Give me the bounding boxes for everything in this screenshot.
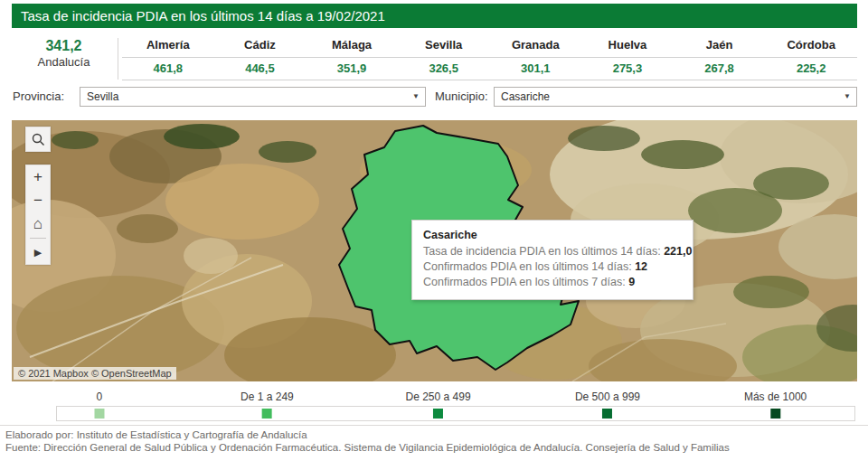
- filter-row: Provincia: Sevilla ▼ Municipio: Casarich…: [0, 87, 868, 108]
- province-column: Sevilla 326,5: [398, 34, 490, 80]
- legend-endcap: [854, 406, 855, 420]
- play-icon: ▶: [34, 247, 42, 259]
- province-value: 301,1: [490, 58, 582, 80]
- stats-band: 341,2 Andalucía Almería 461,8 Cádiz 446,…: [12, 33, 857, 83]
- province-value: 275,3: [581, 58, 674, 80]
- divider: [30, 238, 46, 239]
- province-name: Granada: [490, 34, 582, 58]
- province-column: Málaga 351,9: [306, 34, 398, 80]
- footer-elaborado: Elaborado por: Instituto de Estadística …: [5, 428, 868, 441]
- home-icon: ⌂: [33, 215, 42, 233]
- tooltip-row: Confirmados PDIA en los últimos 7 días: …: [423, 275, 682, 290]
- province-column: Cádiz 446,5: [214, 34, 307, 80]
- legend-swatch: [602, 409, 612, 419]
- divider: [118, 38, 118, 80]
- legend-item: De 1 a 249: [241, 390, 294, 419]
- province-column: Huelva 275,3: [581, 34, 674, 80]
- dashboard-page: Tasa de incidencia PDIA en los últimos 1…: [0, 0, 868, 461]
- andalucia-value: 341,2: [12, 38, 116, 54]
- province-name: Málaga: [306, 34, 398, 58]
- legend-label: De 250 a 499: [406, 390, 471, 403]
- province-name: Huelva: [581, 34, 674, 58]
- footer: Elaborado por: Instituto de Estadística …: [0, 425, 868, 454]
- legend-label: Más de 1000: [744, 390, 807, 403]
- zoom-out-button[interactable]: −: [26, 189, 50, 212]
- footer-fuente: Fuente: Dirección General de Salud Públi…: [5, 441, 868, 454]
- legend-label: 0: [94, 390, 104, 403]
- municipio-select[interactable]: Casariche ▼: [494, 87, 857, 107]
- home-button[interactable]: ⌂: [26, 212, 50, 236]
- province-column: Granada 301,1: [490, 34, 582, 80]
- search-icon: [31, 132, 45, 146]
- expand-button[interactable]: ▶: [26, 240, 50, 264]
- map-search-button[interactable]: [25, 127, 51, 152]
- map-tooltip: Casariche Tasa de incidencia PDIA en los…: [411, 220, 693, 300]
- legend-item: Más de 1000: [744, 390, 807, 419]
- province-value: 351,9: [306, 58, 398, 80]
- legend-swatch: [262, 409, 272, 419]
- province-name: Cádiz: [214, 34, 307, 58]
- province-column: Almería 461,8: [122, 34, 214, 80]
- municipio-label: Municipio:: [435, 89, 488, 103]
- province-name: Córdoba: [765, 34, 857, 58]
- province-name: Jaén: [674, 34, 766, 58]
- provincia-select-value: Sevilla: [87, 90, 118, 103]
- province-column: Jaén 267,8: [674, 34, 766, 80]
- map-attribution[interactable]: © 2021 Mapbox © OpenStreetMap: [14, 367, 176, 380]
- province-name: Almería: [122, 34, 214, 58]
- provincia-select[interactable]: Sevilla ▼: [80, 87, 426, 107]
- province-value: 267,8: [674, 58, 766, 80]
- provincia-label: Provincia:: [13, 89, 64, 103]
- province-value: 446,5: [214, 58, 307, 80]
- province-name: Sevilla: [398, 34, 490, 58]
- zoom-in-button[interactable]: +: [26, 165, 50, 189]
- page-title: Tasa de incidencia PDIA en los últimos 1…: [12, 4, 857, 28]
- legend-swatch: [770, 409, 780, 419]
- andalucia-summary: 341,2 Andalucía: [12, 34, 116, 69]
- legend-endcap: [56, 406, 57, 420]
- map-canvas[interactable]: + − ⌂ ▶ Casariche Tasa de incidencia PDI…: [12, 120, 857, 381]
- province-value: 461,8: [122, 58, 214, 80]
- chevron-down-icon: ▼: [412, 88, 420, 106]
- map-legend: 0 De 1 a 249 De 250 a 499 De 500 a 999 M…: [56, 390, 855, 423]
- legend-label: De 500 a 999: [575, 390, 640, 403]
- municipio-select-value: Casariche: [501, 90, 550, 103]
- tooltip-row: Tasa de incidencia PDIA en los últimos 1…: [423, 244, 682, 259]
- andalucia-label: Andalucía: [12, 55, 116, 69]
- legend-label: De 1 a 249: [241, 390, 294, 403]
- legend-swatch: [433, 409, 443, 419]
- province-value: 326,5: [398, 58, 490, 80]
- map-zoom-controls: + − ⌂ ▶: [25, 165, 51, 265]
- legend-swatch: [94, 409, 104, 419]
- province-column: Córdoba 225,2: [765, 34, 857, 80]
- province-value: 225,2: [765, 58, 857, 80]
- legend-item: De 500 a 999: [575, 390, 640, 419]
- tooltip-title: Casariche: [423, 229, 682, 241]
- legend-item: 0: [94, 390, 104, 419]
- chevron-down-icon: ▼: [844, 88, 851, 106]
- legend-item: De 250 a 499: [406, 390, 471, 419]
- legend-line-bottom: [56, 420, 855, 421]
- tooltip-row: Confirmados PDIA en los últimos 14 días:…: [423, 259, 682, 275]
- province-table: Almería 461,8 Cádiz 446,5 Málaga 351,9 S…: [122, 34, 857, 80]
